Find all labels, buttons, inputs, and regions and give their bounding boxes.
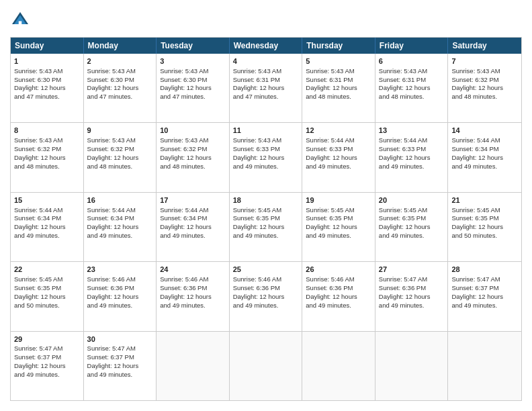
- day-number: 29: [14, 334, 80, 345]
- day-number: 30: [87, 334, 153, 345]
- calendar-header: SundayMondayTuesdayWednesdayThursdayFrid…: [11, 38, 521, 54]
- day-number: 13: [379, 126, 445, 136]
- weekday-header: Sunday: [11, 38, 84, 54]
- calendar-cell: 26Sunrise: 5:46 AMSunset: 6:36 PMDayligh…: [302, 262, 375, 330]
- day-number: 26: [306, 265, 371, 275]
- day-number: 27: [379, 265, 445, 275]
- calendar-cell: 2Sunrise: 5:43 AMSunset: 6:30 PMDaylight…: [84, 54, 157, 122]
- calendar-cell: 15Sunrise: 5:44 AMSunset: 6:34 PMDayligh…: [11, 193, 84, 261]
- calendar-cell: 28Sunrise: 5:47 AMSunset: 6:37 PMDayligh…: [448, 262, 521, 330]
- calendar-cell: [448, 332, 521, 400]
- day-number: 19: [306, 195, 371, 205]
- calendar-cell: 11Sunrise: 5:43 AMSunset: 6:33 PMDayligh…: [230, 123, 303, 191]
- calendar-row: 29Sunrise: 5:47 AMSunset: 6:37 PMDayligh…: [11, 332, 521, 400]
- page: SundayMondayTuesdayWednesdayThursdayFrid…: [0, 0, 532, 411]
- calendar-cell: 7Sunrise: 5:43 AMSunset: 6:32 PMDaylight…: [448, 54, 521, 122]
- calendar-cell: 21Sunrise: 5:45 AMSunset: 6:35 PMDayligh…: [448, 193, 521, 261]
- day-number: 7: [451, 56, 518, 66]
- calendar-cell: 24Sunrise: 5:46 AMSunset: 6:36 PMDayligh…: [157, 262, 230, 330]
- logo-icon: [10, 10, 30, 30]
- calendar-cell: 23Sunrise: 5:46 AMSunset: 6:36 PMDayligh…: [84, 262, 157, 330]
- day-number: 1: [14, 56, 80, 66]
- day-number: 20: [379, 195, 445, 205]
- calendar-row: 15Sunrise: 5:44 AMSunset: 6:34 PMDayligh…: [11, 193, 521, 262]
- calendar-cell: [375, 332, 449, 400]
- calendar-cell: [157, 332, 230, 400]
- calendar-cell: 27Sunrise: 5:47 AMSunset: 6:36 PMDayligh…: [375, 262, 449, 330]
- calendar-cell: 4Sunrise: 5:43 AMSunset: 6:31 PMDaylight…: [230, 54, 303, 122]
- calendar-cell: 8Sunrise: 5:43 AMSunset: 6:32 PMDaylight…: [11, 123, 84, 191]
- calendar-cell: 16Sunrise: 5:44 AMSunset: 6:34 PMDayligh…: [84, 193, 157, 261]
- day-number: 16: [87, 195, 153, 205]
- day-number: 4: [233, 56, 299, 66]
- day-number: 22: [14, 265, 80, 275]
- calendar-cell: 19Sunrise: 5:45 AMSunset: 6:35 PMDayligh…: [302, 193, 375, 261]
- calendar-cell: 14Sunrise: 5:44 AMSunset: 6:34 PMDayligh…: [448, 123, 521, 191]
- calendar-cell: 17Sunrise: 5:44 AMSunset: 6:34 PMDayligh…: [157, 193, 230, 261]
- calendar-cell: 6Sunrise: 5:43 AMSunset: 6:31 PMDaylight…: [375, 54, 449, 122]
- calendar-row: 1Sunrise: 5:43 AMSunset: 6:30 PMDaylight…: [11, 54, 521, 123]
- day-number: 28: [451, 265, 518, 275]
- svg-rect-2: [19, 21, 22, 26]
- day-number: 3: [160, 56, 226, 66]
- day-number: 14: [451, 126, 518, 136]
- calendar-cell: [302, 332, 375, 400]
- calendar-cell: 30Sunrise: 5:47 AMSunset: 6:37 PMDayligh…: [84, 332, 157, 400]
- day-number: 18: [233, 195, 299, 205]
- calendar-cell: 10Sunrise: 5:43 AMSunset: 6:32 PMDayligh…: [157, 123, 230, 191]
- day-number: 25: [233, 265, 299, 275]
- calendar-cell: 13Sunrise: 5:44 AMSunset: 6:33 PMDayligh…: [375, 123, 449, 191]
- calendar: SundayMondayTuesdayWednesdayThursdayFrid…: [10, 37, 522, 401]
- day-number: 9: [87, 126, 153, 136]
- weekday-header: Saturday: [448, 38, 521, 54]
- calendar-cell: 3Sunrise: 5:43 AMSunset: 6:30 PMDaylight…: [157, 54, 230, 122]
- calendar-cell: 9Sunrise: 5:43 AMSunset: 6:32 PMDaylight…: [84, 123, 157, 191]
- day-number: 12: [306, 126, 371, 136]
- calendar-cell: 22Sunrise: 5:45 AMSunset: 6:35 PMDayligh…: [11, 262, 84, 330]
- weekday-header: Tuesday: [157, 38, 230, 54]
- calendar-cell: 25Sunrise: 5:46 AMSunset: 6:36 PMDayligh…: [230, 262, 303, 330]
- weekday-header: Wednesday: [230, 38, 303, 54]
- day-number: 5: [306, 56, 371, 66]
- day-number: 8: [14, 126, 80, 136]
- day-number: 17: [160, 195, 226, 205]
- calendar-body: 1Sunrise: 5:43 AMSunset: 6:30 PMDaylight…: [11, 54, 521, 400]
- day-number: 15: [14, 195, 80, 205]
- day-number: 21: [451, 195, 518, 205]
- day-number: 6: [379, 56, 445, 66]
- calendar-cell: 29Sunrise: 5:47 AMSunset: 6:37 PMDayligh…: [11, 332, 84, 400]
- calendar-row: 8Sunrise: 5:43 AMSunset: 6:32 PMDaylight…: [11, 123, 521, 192]
- logo: [10, 10, 33, 30]
- day-number: 10: [160, 126, 226, 136]
- calendar-cell: 1Sunrise: 5:43 AMSunset: 6:30 PMDaylight…: [11, 54, 84, 122]
- day-number: 2: [87, 56, 153, 66]
- day-number: 24: [160, 265, 226, 275]
- weekday-header: Friday: [375, 38, 449, 54]
- day-number: 11: [233, 126, 299, 136]
- day-number: 23: [87, 265, 153, 275]
- calendar-cell: 5Sunrise: 5:43 AMSunset: 6:31 PMDaylight…: [302, 54, 375, 122]
- calendar-cell: [230, 332, 303, 400]
- calendar-cell: 12Sunrise: 5:44 AMSunset: 6:33 PMDayligh…: [302, 123, 375, 191]
- weekday-header: Monday: [84, 38, 157, 54]
- weekday-header: Thursday: [302, 38, 375, 54]
- header: [10, 10, 522, 30]
- calendar-cell: 20Sunrise: 5:45 AMSunset: 6:35 PMDayligh…: [375, 193, 449, 261]
- calendar-cell: 18Sunrise: 5:45 AMSunset: 6:35 PMDayligh…: [230, 193, 303, 261]
- calendar-row: 22Sunrise: 5:45 AMSunset: 6:35 PMDayligh…: [11, 262, 521, 331]
